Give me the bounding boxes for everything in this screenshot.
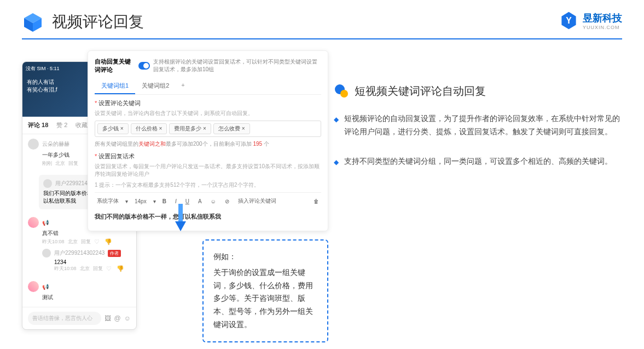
keyword-tag[interactable]: 什么价格 × (131, 123, 167, 134)
logo-subtitle: YUUXIN.COM (583, 25, 622, 30)
keyword-tags[interactable]: 多少钱 × 什么价格 × 费用是多少 × 怎么收费 × (95, 121, 321, 137)
clear-btn[interactable]: ⊘ (223, 197, 231, 205)
emoji-btn[interactable]: ☺ (208, 197, 218, 205)
arrow-down-icon (175, 204, 186, 231)
tab-keyword-group-2[interactable]: 关键词组2 (135, 78, 176, 94)
chat-bubble-icon (334, 83, 349, 99)
keyword-tag[interactable]: 怎么收费 × (213, 123, 250, 134)
insert-keyword-btn[interactable]: 插入评论关键词 (236, 196, 279, 206)
diamond-icon: ◆ (334, 157, 339, 168)
keyword-section-label: 设置评论关键词 (95, 99, 321, 107)
delete-btn[interactable]: 🗑 (311, 197, 321, 205)
keyword-tag[interactable]: 费用是多少 × (169, 123, 211, 134)
like-icon[interactable]: ♡ 👎 (106, 265, 124, 272)
avatar (28, 139, 39, 150)
author-badge: 作者 (108, 250, 121, 257)
page-title: 视频评论回复 (52, 12, 144, 32)
video-overlay-text: 有的人有话 有笑心有泪,f (27, 78, 57, 94)
reply-tip: 1 提示：一个富文本框最多支持512个字符，一个汉字占用2个字符。 (95, 181, 321, 189)
example-title: 例如： (213, 250, 317, 264)
keyword-hint: 设置关键词，当评论内容包含了以下关键词，则系统可自动回复。 (95, 110, 321, 117)
example-body: 关于询价的设置成一组关键词，多少钱、什么价格，费用多少等。关于咨询班型、版本、型… (213, 266, 317, 331)
svg-rect-5 (178, 204, 183, 223)
tab-add[interactable]: + (176, 78, 190, 94)
size-select[interactable]: 14px (132, 197, 149, 205)
auto-reply-toggle[interactable] (138, 62, 150, 70)
reply-section-label: 设置回复话术 (95, 152, 321, 161)
avatar (28, 217, 39, 228)
editor-toolbar: 系统字体▾ 14px▾ B I U A ☺ ⊘ 插入评论关键词 🗑 (95, 192, 321, 209)
likes-tab[interactable]: 赞 2 (56, 121, 67, 129)
header-divider (22, 38, 622, 39)
avatar (43, 179, 52, 188)
keyword-count-note: 所有关键词组里的关键词之和最多可添加200个，目前剩余可添加 195 个 (95, 140, 321, 148)
diamond-icon: ◆ (334, 114, 339, 139)
bold-btn[interactable]: B (160, 197, 169, 205)
phone-status-bar: 没有 SIM · 5:11 (26, 65, 60, 72)
color-btn[interactable]: A (196, 197, 204, 205)
settings-title: 自动回复关键词评论 (95, 58, 135, 74)
section-heading: 短视频关键词评论自动回复 (355, 84, 486, 99)
logo-icon: Y (559, 11, 578, 30)
logo-text: 昱新科技 (583, 12, 622, 25)
comments-tab[interactable]: 评论 18 (28, 121, 48, 129)
emoji-icon[interactable]: ☺ (124, 314, 131, 322)
comment-item: 📢 测试 (22, 277, 136, 307)
example-callout: 例如： 关于询价的设置成一组关键词，多少钱、什么价格，费用多少等。关于咨询班型、… (202, 239, 328, 342)
brand-logo: Y 昱新科技 YUUXIN.COM (559, 11, 622, 30)
mention-icon[interactable]: @ (114, 314, 121, 322)
svg-text:Y: Y (566, 16, 572, 25)
image-icon[interactable]: 🖼 (105, 314, 111, 322)
comment-input[interactable]: 善语结善缘，恶言伤人心 (28, 312, 101, 325)
feature-point: ◆ 短视频评论的自动回复设置，为了提升作者的评论回复效率，在系统中针对常见的评论… (334, 112, 622, 139)
font-select[interactable]: 系统字体 (95, 196, 121, 206)
keyword-tag[interactable]: 多少钱 × (97, 123, 129, 134)
favorites-tab[interactable]: 收藏 (76, 121, 88, 129)
cube-icon (22, 11, 44, 33)
reply-editor[interactable]: 我们不同的版本价格不一样，您可以私信联系我 (95, 209, 321, 224)
tab-keyword-group-1[interactable]: 关键词组1 (95, 78, 135, 94)
svg-marker-6 (175, 221, 186, 231)
avatar (42, 249, 51, 258)
reply-hint: 设置回复话术，每回复一个用户评论只发送一条话术。最多支持设置10条不同话术，按添… (95, 163, 321, 178)
svg-point-8 (340, 90, 348, 98)
settings-panel: 自动回复关键词评论 支持根据评论的关键词设置回复话术，可以针对不同类型关键词设置… (88, 50, 328, 231)
like-icon[interactable]: ♡ 👎 (94, 238, 112, 245)
avatar (28, 281, 39, 292)
feature-point: ◆ 支持不同类型的关键词分组，同一类问题，可设置多个相近的、高频的关键词。 (334, 155, 622, 168)
settings-desc: 支持根据评论的关键词设置回复话术，可以针对不同类型关键词设置回复话术，最多添加1… (153, 58, 321, 73)
